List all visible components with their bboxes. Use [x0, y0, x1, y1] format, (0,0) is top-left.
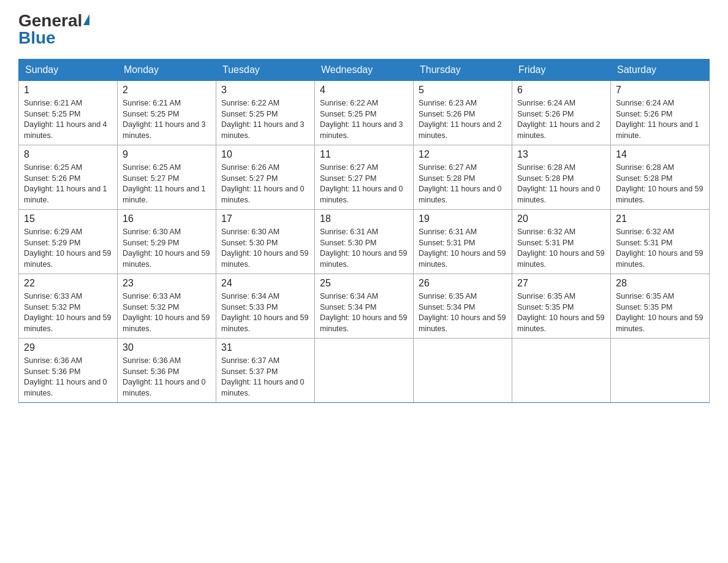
day-info: Sunrise: 6:25 AM Sunset: 5:26 PM Dayligh…	[24, 163, 112, 205]
calendar-day-cell: 20 Sunrise: 6:32 AM Sunset: 5:31 PM Dayl…	[512, 210, 611, 274]
day-number: 20	[517, 213, 605, 224]
calendar-day-cell: 4 Sunrise: 6:22 AM Sunset: 5:25 PM Dayli…	[315, 81, 414, 145]
day-number: 1	[24, 85, 112, 96]
day-info: Sunrise: 6:34 AM Sunset: 5:33 PM Dayligh…	[221, 291, 309, 334]
day-number: 27	[517, 278, 605, 289]
calendar-day-cell: 11 Sunrise: 6:27 AM Sunset: 5:27 PM Dayl…	[315, 145, 414, 210]
calendar-day-cell: 13 Sunrise: 6:28 AM Sunset: 5:28 PM Dayl…	[512, 145, 611, 210]
day-number: 16	[123, 213, 211, 224]
calendar-day-cell: 1 Sunrise: 6:21 AM Sunset: 5:25 PM Dayli…	[19, 81, 118, 145]
calendar-day-cell: 26 Sunrise: 6:35 AM Sunset: 5:34 PM Dayl…	[414, 274, 512, 339]
day-number: 28	[616, 278, 704, 289]
header-row: SundayMondayTuesdayWednesdayThursdayFrid…	[19, 59, 710, 81]
logo-triangle-icon	[83, 14, 89, 25]
day-of-week-header: Monday	[118, 59, 216, 81]
calendar-day-cell	[611, 339, 710, 403]
day-info: Sunrise: 6:35 AM Sunset: 5:34 PM Dayligh…	[419, 291, 507, 334]
calendar-day-cell: 7 Sunrise: 6:24 AM Sunset: 5:26 PM Dayli…	[611, 81, 710, 145]
logo: General Blue	[18, 12, 89, 47]
day-number: 5	[419, 85, 507, 96]
day-info: Sunrise: 6:24 AM Sunset: 5:26 PM Dayligh…	[517, 98, 605, 141]
calendar-day-cell: 25 Sunrise: 6:34 AM Sunset: 5:34 PM Dayl…	[315, 274, 414, 339]
calendar-day-cell: 15 Sunrise: 6:29 AM Sunset: 5:29 PM Dayl…	[19, 210, 118, 274]
calendar-week-row: 22 Sunrise: 6:33 AM Sunset: 5:32 PM Dayl…	[19, 274, 710, 339]
calendar-day-cell: 5 Sunrise: 6:23 AM Sunset: 5:26 PM Dayli…	[414, 81, 512, 145]
calendar-day-cell: 6 Sunrise: 6:24 AM Sunset: 5:26 PM Dayli…	[512, 81, 611, 145]
day-info: Sunrise: 6:35 AM Sunset: 5:35 PM Dayligh…	[517, 291, 605, 334]
calendar-day-cell: 18 Sunrise: 6:31 AM Sunset: 5:30 PM Dayl…	[315, 210, 414, 274]
calendar-week-row: 1 Sunrise: 6:21 AM Sunset: 5:25 PM Dayli…	[19, 81, 710, 145]
day-number: 23	[123, 278, 211, 289]
day-number: 19	[419, 213, 507, 224]
day-info: Sunrise: 6:27 AM Sunset: 5:28 PM Dayligh…	[419, 163, 507, 205]
day-number: 4	[320, 85, 408, 96]
day-number: 21	[616, 213, 704, 224]
calendar-day-cell	[512, 339, 611, 403]
day-info: Sunrise: 6:33 AM Sunset: 5:32 PM Dayligh…	[123, 291, 211, 334]
day-number: 10	[221, 149, 309, 160]
day-info: Sunrise: 6:30 AM Sunset: 5:29 PM Dayligh…	[123, 227, 211, 270]
calendar-day-cell: 17 Sunrise: 6:30 AM Sunset: 5:30 PM Dayl…	[216, 210, 315, 274]
day-info: Sunrise: 6:26 AM Sunset: 5:27 PM Dayligh…	[221, 163, 309, 205]
day-number: 24	[221, 278, 309, 289]
calendar-day-cell	[315, 339, 414, 403]
calendar-day-cell: 23 Sunrise: 6:33 AM Sunset: 5:32 PM Dayl…	[118, 274, 216, 339]
calendar-day-cell: 22 Sunrise: 6:33 AM Sunset: 5:32 PM Dayl…	[19, 274, 118, 339]
day-info: Sunrise: 6:32 AM Sunset: 5:31 PM Dayligh…	[517, 227, 605, 270]
day-info: Sunrise: 6:36 AM Sunset: 5:36 PM Dayligh…	[123, 356, 211, 399]
day-info: Sunrise: 6:25 AM Sunset: 5:27 PM Dayligh…	[123, 163, 211, 205]
day-info: Sunrise: 6:31 AM Sunset: 5:31 PM Dayligh…	[419, 227, 507, 270]
page-header: General Blue	[18, 12, 710, 47]
calendar-day-cell: 14 Sunrise: 6:28 AM Sunset: 5:28 PM Dayl…	[611, 145, 710, 210]
day-info: Sunrise: 6:35 AM Sunset: 5:35 PM Dayligh…	[616, 291, 704, 334]
calendar-day-cell: 8 Sunrise: 6:25 AM Sunset: 5:26 PM Dayli…	[19, 145, 118, 210]
day-of-week-header: Saturday	[611, 59, 710, 81]
calendar-day-cell: 3 Sunrise: 6:22 AM Sunset: 5:25 PM Dayli…	[216, 81, 315, 145]
day-info: Sunrise: 6:36 AM Sunset: 5:36 PM Dayligh…	[24, 356, 112, 399]
day-number: 18	[320, 213, 408, 224]
calendar-day-cell: 19 Sunrise: 6:31 AM Sunset: 5:31 PM Dayl…	[414, 210, 512, 274]
calendar-day-cell: 28 Sunrise: 6:35 AM Sunset: 5:35 PM Dayl…	[611, 274, 710, 339]
calendar-day-cell: 27 Sunrise: 6:35 AM Sunset: 5:35 PM Dayl…	[512, 274, 611, 339]
day-of-week-header: Friday	[512, 59, 611, 81]
day-of-week-header: Thursday	[414, 59, 512, 81]
day-number: 31	[221, 342, 309, 353]
calendar-day-cell: 10 Sunrise: 6:26 AM Sunset: 5:27 PM Dayl…	[216, 145, 315, 210]
day-info: Sunrise: 6:24 AM Sunset: 5:26 PM Dayligh…	[616, 98, 704, 141]
calendar-day-cell: 2 Sunrise: 6:21 AM Sunset: 5:25 PM Dayli…	[118, 81, 216, 145]
calendar-day-cell: 29 Sunrise: 6:36 AM Sunset: 5:36 PM Dayl…	[19, 339, 118, 403]
day-number: 15	[24, 213, 112, 224]
day-info: Sunrise: 6:21 AM Sunset: 5:25 PM Dayligh…	[24, 98, 112, 141]
day-number: 25	[320, 278, 408, 289]
day-number: 14	[616, 149, 704, 160]
logo-blue-text: Blue	[18, 29, 56, 47]
day-info: Sunrise: 6:22 AM Sunset: 5:25 PM Dayligh…	[320, 98, 408, 141]
day-info: Sunrise: 6:34 AM Sunset: 5:34 PM Dayligh…	[320, 291, 408, 334]
day-of-week-header: Tuesday	[216, 59, 315, 81]
day-number: 3	[221, 85, 309, 96]
day-info: Sunrise: 6:28 AM Sunset: 5:28 PM Dayligh…	[616, 163, 704, 205]
day-number: 26	[419, 278, 507, 289]
day-number: 22	[24, 278, 112, 289]
calendar-day-cell: 24 Sunrise: 6:34 AM Sunset: 5:33 PM Dayl…	[216, 274, 315, 339]
day-info: Sunrise: 6:33 AM Sunset: 5:32 PM Dayligh…	[24, 291, 112, 334]
calendar-day-cell: 16 Sunrise: 6:30 AM Sunset: 5:29 PM Dayl…	[118, 210, 216, 274]
calendar-table: SundayMondayTuesdayWednesdayThursdayFrid…	[18, 59, 710, 403]
calendar-day-cell: 21 Sunrise: 6:32 AM Sunset: 5:31 PM Dayl…	[611, 210, 710, 274]
calendar-week-row: 29 Sunrise: 6:36 AM Sunset: 5:36 PM Dayl…	[19, 339, 710, 403]
day-info: Sunrise: 6:32 AM Sunset: 5:31 PM Dayligh…	[616, 227, 704, 270]
day-number: 9	[123, 149, 211, 160]
day-info: Sunrise: 6:29 AM Sunset: 5:29 PM Dayligh…	[24, 227, 112, 270]
day-of-week-header: Sunday	[19, 59, 118, 81]
day-number: 2	[123, 85, 211, 96]
calendar-day-cell	[414, 339, 512, 403]
calendar-week-row: 8 Sunrise: 6:25 AM Sunset: 5:26 PM Dayli…	[19, 145, 710, 210]
day-number: 11	[320, 149, 408, 160]
calendar-day-cell: 9 Sunrise: 6:25 AM Sunset: 5:27 PM Dayli…	[118, 145, 216, 210]
day-info: Sunrise: 6:37 AM Sunset: 5:37 PM Dayligh…	[221, 356, 309, 399]
day-number: 12	[419, 149, 507, 160]
day-number: 29	[24, 342, 112, 353]
day-info: Sunrise: 6:22 AM Sunset: 5:25 PM Dayligh…	[221, 98, 309, 141]
day-number: 6	[517, 85, 605, 96]
logo-general-text: General	[18, 12, 82, 29]
